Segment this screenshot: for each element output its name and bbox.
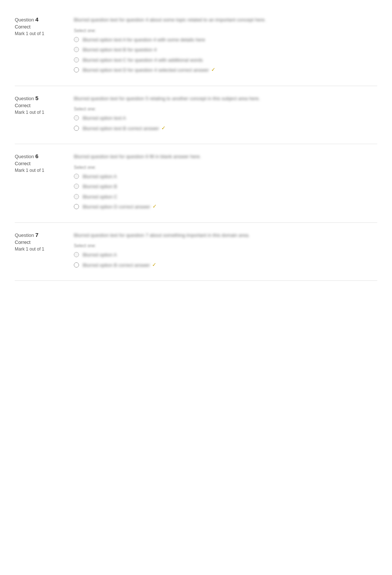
question-block-q7: Question 7CorrectMark 1 out of 1Blurred … [15, 223, 377, 281]
options-list-q7: Blurred option ABlurred option B correct… [74, 251, 377, 269]
options-list-q5: Blurred option text ABlurred option text… [74, 115, 377, 132]
option-text-q5-0: Blurred option text A [83, 115, 126, 122]
question-number-q6: 6 [35, 153, 38, 159]
option-item-q5-0[interactable]: Blurred option text A [74, 115, 377, 122]
option-text-q7-1: Blurred option B correct answer [83, 262, 150, 269]
mark-info-q6: Mark 1 out of 1 [15, 168, 66, 173]
question-content-q6: Blurred question text for question 6 fil… [74, 153, 377, 214]
mark-info-q5: Mark 1 out of 1 [15, 110, 66, 115]
question-meta-q4: Question 4CorrectMark 1 out of 1 [15, 16, 74, 77]
option-text-q4-0: Blurred option text A for question 4 wit… [83, 36, 205, 44]
question-label-q4: Question 4 [15, 16, 66, 23]
question-text-q5: Blurred question text for question 5 rel… [74, 95, 377, 102]
correct-check-icon-q5-1: ✓ [161, 125, 166, 131]
option-item-q4-0[interactable]: Blurred option text A for question 4 wit… [74, 36, 377, 44]
option-item-q7-0[interactable]: Blurred option A [74, 251, 377, 259]
options-list-q4: Blurred option text A for question 4 wit… [74, 36, 377, 74]
question-number-q5: 5 [35, 95, 38, 101]
status-q7: Correct [15, 239, 66, 245]
option-radio-q4-0[interactable] [74, 37, 79, 42]
select-label-q7: Select one: [74, 243, 377, 248]
option-radio-q6-2[interactable] [74, 194, 79, 199]
select-label-q5: Select one: [74, 106, 377, 112]
question-number-q7: 7 [35, 232, 38, 238]
question-block-q6: Question 6CorrectMark 1 out of 1Blurred … [15, 144, 377, 223]
question-text-q7: Blurred question text for question 7 abo… [74, 232, 377, 239]
question-meta-q7: Question 7CorrectMark 1 out of 1 [15, 232, 74, 272]
option-text-q6-0: Blurred option A [83, 173, 117, 180]
question-text-q4: Blurred question text for question 4 abo… [74, 16, 377, 24]
question-meta-q6: Question 6CorrectMark 1 out of 1 [15, 153, 74, 214]
mark-info-q4: Mark 1 out of 1 [15, 31, 66, 36]
option-radio-q6-3[interactable] [74, 204, 79, 209]
option-radio-q4-1[interactable] [74, 47, 79, 52]
option-item-q6-3[interactable]: Blurred option D correct answer✓ [74, 203, 377, 211]
status-q4: Correct [15, 24, 66, 30]
question-content-q7: Blurred question text for question 7 abo… [74, 232, 377, 272]
option-text-q4-2: Blurred option text C for question 4 wit… [83, 57, 203, 64]
select-label-q6: Select one: [74, 165, 377, 170]
option-text-q6-2: Blurred option C [83, 193, 117, 201]
option-text-q6-3: Blurred option D correct answer [83, 203, 150, 211]
options-list-q6: Blurred option ABlurred option BBlurred … [74, 173, 377, 211]
question-label-q7: Question 7 [15, 232, 66, 238]
page: Question 4CorrectMark 1 out of 1Blurred … [0, 0, 392, 288]
option-text-q4-1: Blurred option text B for question 4 [83, 46, 157, 54]
question-label-q5: Question 5 [15, 95, 66, 101]
option-item-q4-2[interactable]: Blurred option text C for question 4 wit… [74, 57, 377, 64]
option-text-q7-0: Blurred option A [83, 251, 117, 259]
option-item-q6-1[interactable]: Blurred option B [74, 183, 377, 190]
question-text-q6: Blurred question text for question 6 fil… [74, 153, 377, 160]
select-label-q4: Select one: [74, 28, 377, 33]
correct-check-icon-q7-1: ✓ [152, 262, 157, 268]
option-item-q7-1[interactable]: Blurred option B correct answer✓ [74, 262, 377, 269]
correct-check-icon-q6-3: ✓ [152, 203, 157, 209]
option-radio-q7-0[interactable] [74, 252, 79, 257]
option-item-q4-1[interactable]: Blurred option text B for question 4 [74, 46, 377, 54]
option-item-q6-2[interactable]: Blurred option C [74, 193, 377, 201]
option-radio-q4-2[interactable] [74, 57, 79, 62]
option-text-q6-1: Blurred option B [83, 183, 117, 190]
question-label-q6: Question 6 [15, 153, 66, 159]
question-content-q5: Blurred question text for question 5 rel… [74, 95, 377, 135]
option-item-q6-0[interactable]: Blurred option A [74, 173, 377, 180]
option-item-q5-1[interactable]: Blurred option text B correct answer✓ [74, 125, 377, 132]
question-block-q4: Question 4CorrectMark 1 out of 1Blurred … [15, 7, 377, 86]
question-meta-q5: Question 5CorrectMark 1 out of 1 [15, 95, 74, 135]
mark-info-q7: Mark 1 out of 1 [15, 246, 66, 252]
status-q6: Correct [15, 161, 66, 166]
option-radio-q6-0[interactable] [74, 174, 79, 179]
correct-check-icon-q4-3: ✓ [211, 67, 216, 72]
question-block-q5: Question 5CorrectMark 1 out of 1Blurred … [15, 86, 377, 144]
question-content-q4: Blurred question text for question 4 abo… [74, 16, 377, 77]
status-q5: Correct [15, 103, 66, 108]
option-radio-q5-1[interactable] [74, 126, 79, 131]
option-text-q5-1: Blurred option text B correct answer [83, 125, 159, 132]
question-number-q4: 4 [35, 16, 38, 23]
option-radio-q5-0[interactable] [74, 115, 79, 120]
option-radio-q4-3[interactable] [74, 67, 79, 72]
option-text-q4-3: Blurred option text D for question 4 sel… [83, 67, 209, 74]
option-radio-q6-1[interactable] [74, 184, 79, 189]
option-radio-q7-1[interactable] [74, 262, 79, 268]
option-item-q4-3[interactable]: Blurred option text D for question 4 sel… [74, 67, 377, 74]
